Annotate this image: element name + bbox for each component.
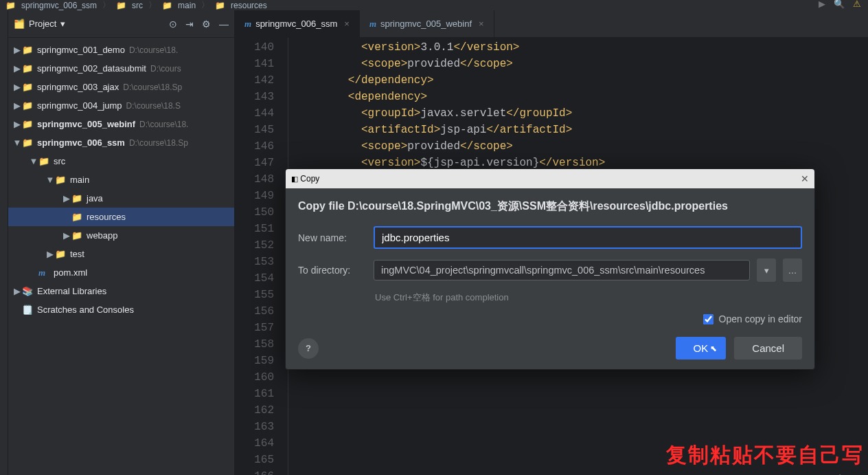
expand-icon[interactable]: ▼ (12, 137, 22, 148)
directory-dropdown-icon[interactable]: ▾ (757, 258, 776, 282)
line-number: 152 (235, 237, 274, 254)
tree-row[interactable]: ▶📁java (8, 189, 234, 208)
editor-tab[interactable]: mspringmvc_006_ssm× (235, 10, 360, 37)
panel-actions: ⊙ ⇥ ⚙ — (169, 19, 229, 30)
tree-row[interactable]: ▶📁springmvc_002_datasubmitD:\cours (8, 59, 234, 78)
breadcrumb-segment[interactable]: springmvc_006_ssm (21, 1, 97, 10)
tree-row[interactable]: ▶📁test (8, 245, 234, 263)
folder-icon: 📁 (71, 193, 82, 203)
tree-row[interactable]: ▶📁springmvc_004_jumpD:\course\18.S (8, 96, 234, 115)
expand-icon[interactable]: ▶ (62, 193, 71, 203)
expand-icon[interactable]: ▶ (45, 249, 55, 259)
cursor-icon: ⬉ (710, 344, 717, 353)
left-tool-strip[interactable] (0, 10, 8, 475)
dropdown-icon[interactable]: ▾ (60, 19, 65, 29)
run-icon[interactable]: ▶ (819, 0, 825, 9)
folder-icon: 📚 (22, 286, 33, 296)
new-name-label: New name: (298, 232, 367, 243)
line-number: 162 (235, 402, 274, 419)
close-icon[interactable]: ✕ (801, 173, 809, 184)
gutter: 1401411421431441451461471481491501511521… (235, 38, 288, 475)
expand-icon[interactable]: ▶ (12, 119, 22, 129)
code-line[interactable]: <artifactId>jsp-api</artifactId> (295, 122, 868, 138)
tree-row[interactable]: ▼📁springmvc_006_ssmD:\course\18.Sp (8, 133, 234, 152)
chevron-right-icon: 〉 (201, 0, 209, 10)
folder-icon: 📁 (215, 1, 225, 10)
line-number: 146 (235, 138, 274, 155)
expand-icon[interactable]: ▼ (45, 175, 55, 185)
line-number: 147 (235, 155, 274, 171)
panel-title[interactable]: 🗂️ Project ▾ (14, 19, 65, 29)
maven-icon: m (369, 19, 376, 30)
line-number: 140 (235, 39, 274, 56)
code-line[interactable]: </dependency> (295, 72, 868, 89)
chevron-right-icon: 〉 (148, 0, 157, 10)
open-copy-checkbox[interactable] (703, 314, 713, 324)
expand-icon[interactable]: ▼ (29, 156, 38, 166)
browse-button[interactable]: … (783, 258, 802, 282)
tree-item-hint: D:\course\18.Sp (123, 82, 182, 92)
code-line[interactable]: <version>3.0.1</version> (295, 39, 868, 56)
code-line[interactable]: <scope>provided</scope> (295, 138, 868, 155)
tree-row[interactable]: ▶📁springmvc_001_demoD:\course\18. (8, 41, 234, 59)
code-line[interactable]: <scope>provided</scope> (295, 56, 868, 72)
breadcrumb-segment[interactable]: main (178, 1, 196, 10)
tree-row[interactable]: 🗒️Scratches and Consoles (8, 300, 234, 319)
expand-icon[interactable]: ▶ (62, 230, 71, 241)
tree-row[interactable]: ▶📁springmvc_005_webinfD:\course\18. (8, 115, 234, 133)
editor-tab[interactable]: mspringmvc_005_webinf× (360, 10, 494, 37)
warn-icon[interactable]: ⚠ (853, 0, 861, 9)
line-number: 148 (235, 171, 274, 188)
minimize-icon[interactable]: — (219, 19, 229, 30)
breadcrumb-segment[interactable]: src (132, 1, 143, 10)
tree-row[interactable]: ▼📁src (8, 152, 234, 170)
tree-row[interactable]: ▶📁webapp (8, 226, 234, 245)
tree-item-hint: D:\course\18.Sp (129, 138, 188, 148)
code-line[interactable]: <groupId>javax.servlet</groupId> (295, 105, 868, 122)
tree-row[interactable]: mpom.xml (8, 263, 234, 282)
path-hint: Use Ctrl+空格 for path completion (375, 291, 802, 304)
collapse-icon[interactable]: ⇥ (185, 19, 194, 30)
project-tree[interactable]: ▶📁springmvc_001_demoD:\course\18.▶📁sprin… (8, 38, 234, 475)
line-number: 143 (235, 89, 274, 105)
annotation-text: 复制粘贴不要自己写 (666, 441, 864, 470)
tree-item-label: springmvc_003_ajax (37, 82, 119, 92)
expand-icon[interactable]: ▶ (12, 100, 22, 111)
folder-icon: 📁 (55, 249, 66, 259)
folder-icon: 📁 (22, 100, 33, 111)
code-line[interactable]: <dependency> (295, 89, 868, 105)
tree-row[interactable]: ▼📁main (8, 170, 234, 189)
close-tab-icon[interactable]: × (344, 19, 350, 29)
target-icon[interactable]: ⊙ (169, 19, 177, 30)
panel-header: 🗂️ Project ▾ ⊙ ⇥ ⚙ — (8, 10, 234, 38)
expand-icon[interactable]: ▶ (12, 286, 22, 296)
app-icon: ◧ (291, 175, 298, 183)
cancel-button[interactable]: Cancel (734, 337, 802, 360)
tree-row[interactable]: 📁resources (8, 208, 234, 226)
ok-button[interactable]: OK⬉ (676, 337, 727, 360)
new-name-input[interactable] (374, 226, 802, 249)
line-number: 166 (235, 468, 274, 475)
search-icon[interactable]: 🔍 (834, 0, 845, 9)
line-number: 150 (235, 204, 274, 221)
tree-item-label: pom.xml (54, 267, 87, 278)
tree-item-label: External Libraries (37, 286, 106, 296)
open-copy-label: Open copy in editor (719, 313, 802, 324)
close-tab-icon[interactable]: × (479, 19, 484, 29)
breadcrumb-segment[interactable]: resources (231, 1, 267, 10)
dialog-titlebar[interactable]: ◧ Copy ✕ (286, 169, 814, 188)
tree-row[interactable]: ▶📚External Libraries (8, 282, 234, 300)
line-number: 156 (235, 303, 274, 320)
line-number: 145 (235, 122, 274, 138)
expand-icon[interactable]: ▶ (12, 82, 22, 92)
tree-row[interactable]: ▶📁springmvc_003_ajaxD:\course\18.Sp (8, 78, 234, 96)
chevron-right-icon: 〉 (102, 0, 111, 10)
dialog-title-text: Copy (300, 174, 319, 184)
to-directory-input[interactable] (374, 260, 750, 280)
line-number: 157 (235, 320, 274, 336)
expand-icon[interactable]: ▶ (12, 45, 22, 55)
gear-icon[interactable]: ⚙ (202, 19, 211, 30)
line-number: 153 (235, 254, 274, 270)
expand-icon[interactable]: ▶ (12, 63, 22, 74)
help-button[interactable]: ? (298, 338, 319, 359)
